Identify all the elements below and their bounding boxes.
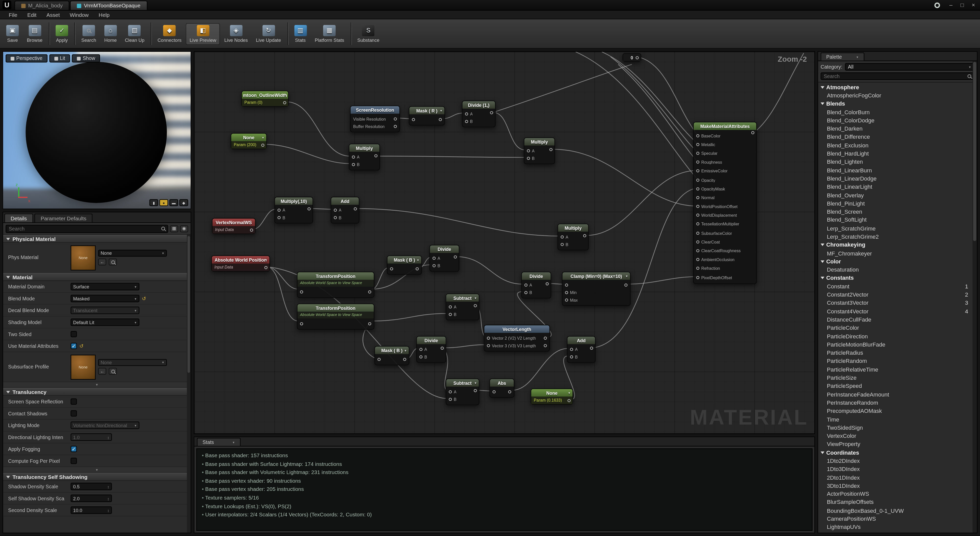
palette-item-blend-difference[interactable]: Blend_Difference [818,133,972,141]
scrollbar-thumb[interactable] [973,62,976,241]
input-pin-icon[interactable] [696,240,699,243]
graph-node-13-transformposition[interactable]: TransformPositionAbsolute World Space to… [297,303,374,330]
graph-node-17-mask-b[interactable]: Mask ( B )▼ [374,346,409,365]
graph-node-25-abs[interactable]: Abs [490,378,514,398]
output-pin-icon[interactable] [544,344,547,347]
input-pin-icon[interactable] [527,149,530,152]
toolbar-save-button[interactable]: ▣Save [3,23,22,44]
graph-node-16-subtract[interactable]: Subtract▼AB [445,293,479,320]
palette-item-mf-chromakeyer[interactable]: MF_Chromakeyer [818,249,972,257]
input-pin-icon[interactable] [696,187,699,190]
details-search-input[interactable] [9,226,161,231]
palette-item-blend-linearlight[interactable]: Blend_LinearLight [818,182,972,191]
output-pin-icon[interactable] [403,357,406,360]
graph-node-27-makematerialattributes[interactable]: MakeMaterialAttributesBaseColorMetallicS… [693,122,757,284]
graph-node-23-add[interactable]: AddAB [567,336,596,363]
toolbar-search-button[interactable]: Search [78,23,100,44]
blend-mode-dropdown[interactable]: Masked▼ [71,295,139,302]
palette-item-perinstancefadeamount[interactable]: PerInstanceFadeAmount [818,390,972,399]
input-pin-icon[interactable] [352,155,355,159]
output-pin-icon[interactable] [544,336,547,339]
output-pin-icon[interactable] [374,154,377,157]
viewport-perspective-button[interactable]: Perspective [6,54,48,62]
input-pin-icon[interactable] [696,134,699,137]
output-pin-icon[interactable] [583,234,586,237]
toolbar-connectors-button[interactable]: ◆Connectors [154,23,185,44]
toolbar-platform-stats-button[interactable]: ▦Platform Stats [311,23,348,44]
palette-item-particlecolor[interactable]: ParticleColor [818,324,972,332]
output-pin-icon[interactable] [354,207,357,210]
palette-item-blend-colorburn[interactable]: Blend_ColorBurn [818,108,972,116]
graph-node-24-subtract[interactable]: Subtract▼AB [445,378,479,405]
output-pin-icon[interactable] [474,304,477,307]
status-circle-icon[interactable] [934,2,940,8]
window-tab-m-alicia-body[interactable]: M_Alicia_body [14,0,69,10]
asset-thumbnail[interactable]: None [71,245,96,270]
maximize-button[interactable]: □ [957,1,967,9]
shadow-density-scale-spinner[interactable]: 0.5↕ [71,483,112,490]
use-material-attributes-checkbox[interactable]: ✓ [71,343,77,349]
preview-shape-plane-icon[interactable]: ▬ [169,199,178,206]
preview-shape-cylinder-icon[interactable]: ▮ [149,199,158,206]
input-pin-icon[interactable] [377,357,380,360]
input-pin-icon[interactable] [696,232,699,235]
visibility-eye-icon[interactable]: ◉ [180,225,188,232]
graph-node-12-transformposition[interactable]: TransformPositionAbsolute World Space to… [297,271,374,298]
material-domain-dropdown[interactable]: Surface▼ [71,283,139,290]
section-header-physical-material[interactable]: Physical Material [3,235,191,243]
graph-node-1-mtoon-outlinewidth[interactable]: mtoon_OutlineWidth▼Param (0) [241,90,289,107]
input-pin-icon[interactable] [465,112,468,115]
graph-node-8-multiply-10[interactable]: Multiply(,10)AB [274,197,313,224]
graph-node-15-divide[interactable]: DivideAB [429,245,460,271]
palette-item-precomputedaomask[interactable]: PrecomputedAOMask [818,407,972,415]
asset-thumbnail[interactable]: None [71,354,96,379]
palette-scrollbar[interactable] [973,61,977,533]
palette-item-vertexcolor[interactable]: VertexColor [818,432,972,440]
shading-model-dropdown[interactable]: Default Lit▼ [71,319,139,326]
titlebar[interactable]: U M_Alicia_bodyVrmMToonBaseOpaque –□× [0,0,980,11]
self-shadow-density-sca-spinner[interactable]: 2.0↕ [71,495,112,502]
output-pin-icon[interactable] [490,111,493,114]
palette-item-1dto3dindex[interactable]: 1Dto3DIndex [818,465,972,474]
two-sided-checkbox[interactable] [71,331,77,337]
output-pin-icon[interactable] [590,347,593,350]
palette-item-boundingboxbased-0-1-uvw[interactable]: BoundingBoxBased_0-1_UVW [818,506,972,515]
input-pin-icon[interactable] [565,298,568,301]
palette-item-blend-linearburn[interactable]: Blend_LinearBurn [818,166,972,174]
output-pin-icon[interactable] [368,322,371,325]
input-pin-icon[interactable] [696,214,699,217]
use-selected-asset-icon[interactable]: ← [98,368,106,374]
apply-fogging-checkbox[interactable]: ✓ [71,446,77,452]
graph-node-6-multiply[interactable]: MultiplyAB [524,138,555,164]
menu-edit[interactable]: Edit [22,11,41,17]
category-dropdown[interactable]: All ▼ [845,63,974,70]
palette-item-blend-lighten[interactable]: Blend_Lighten [818,158,972,166]
palette-category-chromakeying[interactable]: Chromakeying [818,241,972,249]
stats-tab[interactable]: Stats ▼ [197,438,240,446]
input-pin-icon[interactable] [696,249,699,252]
input-pin-icon[interactable] [696,223,699,226]
input-pin-icon[interactable] [334,208,337,211]
minimize-button[interactable]: – [945,1,956,9]
graph-node-2-none[interactable]: None▼Param (200) [231,133,267,149]
input-pin-icon[interactable] [565,283,568,286]
input-pin-icon[interactable] [570,347,573,350]
input-pin-icon[interactable] [465,120,468,123]
input-pin-icon[interactable] [300,290,303,293]
graph-node-14-mask-b[interactable]: Mask ( B )▼ [387,255,422,275]
tab-parameter-defaults[interactable]: Parameter Defaults [35,214,93,222]
output-pin-icon[interactable] [283,101,286,104]
palette-item-1dto2dindex[interactable]: 1Dto2DIndex [818,457,972,465]
palette-item-lightmapuvs[interactable]: LightmapUVs [818,523,972,532]
palette-item-blend-lineardodge[interactable]: Blend_LinearDodge [818,174,972,183]
scrollbar-thumb[interactable] [188,236,190,373]
menu-file[interactable]: File [4,11,22,17]
input-pin-icon[interactable] [487,336,490,339]
output-pin-icon[interactable] [394,125,397,128]
input-pin-icon[interactable] [696,276,699,279]
palette-item-particlespeed[interactable]: ParticleSpeed [818,382,972,390]
input-pin-icon[interactable] [433,264,436,267]
palette-category-atmosphere[interactable]: Atmosphere [818,83,972,92]
screen-space-reflection-checkbox[interactable] [71,398,77,404]
input-pin-icon[interactable] [487,344,490,347]
